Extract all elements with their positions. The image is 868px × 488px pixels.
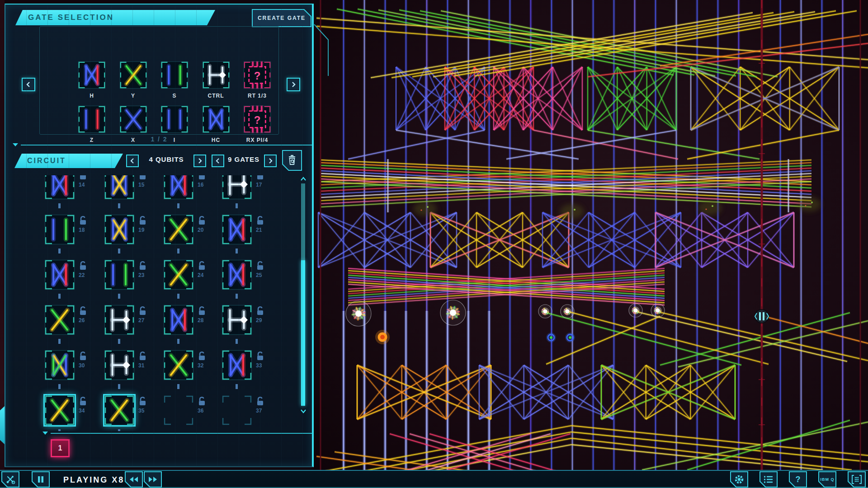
circuit-gate-23[interactable] [104, 259, 135, 290]
matrix-view-button[interactable] [848, 471, 866, 488]
circuit-slot-34[interactable]: 34 [44, 395, 101, 431]
unlock-icon[interactable] [138, 215, 147, 227]
fast-forward-button[interactable] [144, 471, 162, 488]
unlock-icon[interactable] [138, 260, 147, 272]
unlock-icon[interactable] [198, 305, 207, 317]
circuit-gate-31[interactable] [104, 350, 135, 380]
gates-increase-button[interactable] [264, 155, 277, 167]
circuit-visualization[interactable] [314, 0, 868, 470]
scrollbar-thumb[interactable] [301, 260, 305, 406]
palette-prev-button[interactable] [22, 78, 35, 91]
help-button[interactable]: ? [789, 471, 807, 488]
circuit-gate-32[interactable] [163, 350, 194, 380]
circuit-slot-23[interactable]: 23 [104, 259, 161, 305]
gate-tile-rt-1-3[interactable]: ?RT 1/3 [243, 61, 271, 99]
circuit-grid-viewport[interactable]: 1415161718192021222324252627282930313233… [27, 175, 300, 431]
circuit-slot-35[interactable]: 35 [104, 395, 161, 431]
unlock-icon[interactable] [79, 215, 88, 227]
circuit-slot-24[interactable]: 24 [163, 259, 220, 305]
scroll-up-icon[interactable] [300, 176, 307, 182]
settings-button[interactable] [730, 471, 748, 488]
circuit-gate-25[interactable] [222, 259, 252, 290]
circuit-slot-32[interactable]: 32 [163, 350, 220, 395]
scroll-down-icon[interactable] [300, 408, 307, 414]
circuit-gate-16[interactable] [163, 175, 194, 200]
unlock-icon[interactable] [256, 396, 265, 408]
circuit-slot-29[interactable]: 29 [222, 305, 278, 350]
gate-tile-h[interactable]: H [78, 61, 106, 99]
circuit-gate-24[interactable] [163, 259, 194, 290]
circuit-slot-14[interactable]: 14 [44, 175, 101, 214]
unlock-icon[interactable] [256, 260, 265, 272]
circuit-slot-17[interactable]: 17 [222, 175, 278, 214]
circuit-gate-17[interactable] [222, 175, 252, 200]
palette-next-button[interactable] [287, 78, 300, 91]
unlock-icon[interactable] [138, 351, 147, 362]
circuit-slot-31[interactable]: 31 [104, 350, 161, 395]
circuit-slot-16[interactable]: 16 [163, 175, 220, 214]
circuit-gate-15[interactable] [104, 175, 135, 200]
clear-circuit-button[interactable] [282, 150, 302, 171]
circuit-slot-22[interactable]: 22 [44, 259, 101, 305]
circuit-slot-37[interactable]: 37 [222, 395, 278, 431]
circuit-gate-21[interactable] [222, 214, 252, 245]
circuit-slot-33[interactable]: 33 [222, 350, 278, 395]
divider-arrow-icon[interactable] [13, 143, 18, 146]
circuit-scrollbar[interactable] [300, 176, 307, 420]
unlock-icon[interactable] [256, 175, 265, 182]
gates-decrease-button[interactable] [212, 155, 224, 167]
circuit-gate-20[interactable] [163, 214, 194, 245]
unlock-icon[interactable] [138, 175, 147, 182]
circuit-slot-30[interactable]: 30 [44, 350, 101, 395]
qubits-increase-button[interactable] [193, 155, 206, 167]
circuit-gate-26[interactable] [44, 305, 75, 335]
pause-button[interactable] [32, 471, 50, 488]
rewind-button[interactable] [125, 471, 143, 488]
unlock-icon[interactable] [256, 305, 265, 317]
unlock-icon[interactable] [138, 396, 147, 408]
gate-tile-ctrl[interactable]: CTRL [202, 61, 230, 99]
gate-tile-y[interactable]: Y [119, 61, 147, 99]
scrollbar-track[interactable] [301, 183, 305, 260]
circuit-slot-21[interactable]: 21 [222, 214, 278, 259]
circuit-slot-19[interactable]: 19 [104, 214, 161, 259]
circuit-gate-22[interactable] [44, 259, 75, 290]
unlock-icon[interactable] [198, 351, 207, 362]
circuit-gate-27[interactable] [104, 305, 135, 335]
circuit-slot-15[interactable]: 15 [104, 175, 161, 214]
unlock-icon[interactable] [79, 396, 88, 408]
circuit-slot-26[interactable]: 26 [44, 305, 101, 350]
ibm-q-button[interactable]: IBM Q [818, 471, 836, 488]
unlock-icon[interactable] [138, 305, 147, 317]
create-gate-button[interactable]: CREATE GATE [252, 9, 311, 27]
circuit-gate-14[interactable] [44, 175, 75, 200]
unlock-icon[interactable] [256, 215, 265, 227]
circuit-gate-29[interactable] [222, 305, 252, 335]
unlock-icon[interactable] [79, 305, 88, 317]
tools-button[interactable] [1, 471, 19, 488]
qubits-decrease-button[interactable] [126, 155, 139, 167]
circuit-slot-27[interactable]: 27 [104, 305, 161, 350]
circuit-slot-20[interactable]: 20 [163, 214, 220, 259]
circuit-gate-28[interactable] [163, 305, 194, 335]
unlock-icon[interactable] [198, 215, 207, 227]
circuit-slot-25[interactable]: 25 [222, 259, 278, 305]
circuit-slot-18[interactable]: 18 [44, 214, 101, 259]
unlock-icon[interactable] [198, 175, 207, 182]
circuit-gate-37[interactable] [222, 395, 252, 426]
circuit-gate-33[interactable] [222, 350, 252, 380]
circuit-gate-18[interactable] [44, 214, 75, 245]
unlock-icon[interactable] [198, 260, 207, 272]
unlock-icon[interactable] [198, 396, 207, 408]
divider-arrow-icon[interactable] [42, 432, 48, 435]
menu-list-button[interactable] [760, 471, 778, 488]
circuit-gate-35[interactable] [104, 395, 135, 426]
gate-tile-s[interactable]: S [160, 61, 189, 99]
circuit-page-1-button[interactable]: 1 [51, 439, 70, 457]
circuit-gate-34[interactable] [44, 395, 75, 426]
circuit-gate-19[interactable] [104, 214, 135, 245]
unlock-icon[interactable] [79, 175, 88, 182]
circuit-slot-36[interactable]: 36 [163, 395, 220, 431]
unlock-icon[interactable] [79, 260, 88, 272]
unlock-icon[interactable] [79, 351, 88, 362]
